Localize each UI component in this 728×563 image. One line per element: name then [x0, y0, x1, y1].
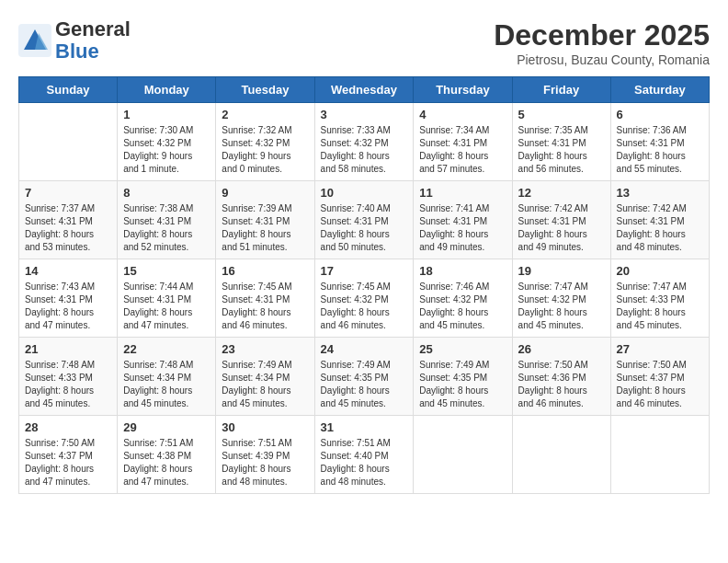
day-info: Sunrise: 7:48 AM Sunset: 4:33 PM Dayligh…: [25, 359, 111, 410]
day-number: 9: [222, 186, 308, 200]
day-number: 10: [321, 186, 408, 200]
calendar-cell: 17Sunrise: 7:45 AM Sunset: 4:32 PM Dayli…: [314, 259, 414, 338]
calendar-cell: 10Sunrise: 7:40 AM Sunset: 4:31 PM Dayli…: [314, 181, 414, 259]
header-tuesday: Tuesday: [216, 77, 314, 103]
day-info: Sunrise: 7:45 AM Sunset: 4:31 PM Dayligh…: [222, 281, 308, 332]
calendar-cell: 21Sunrise: 7:48 AM Sunset: 4:33 PM Dayli…: [19, 338, 118, 416]
day-info: Sunrise: 7:51 AM Sunset: 4:38 PM Dayligh…: [123, 437, 210, 488]
week-row-2: 7Sunrise: 7:37 AM Sunset: 4:31 PM Daylig…: [19, 181, 710, 259]
day-info: Sunrise: 7:44 AM Sunset: 4:31 PM Dayligh…: [123, 281, 210, 332]
day-number: 21: [25, 342, 111, 356]
page-header: General Blue December 2025 Pietrosu, Buz…: [18, 18, 710, 67]
header-monday: Monday: [118, 77, 216, 103]
day-info: Sunrise: 7:41 AM Sunset: 4:31 PM Dayligh…: [419, 202, 506, 254]
calendar-table: SundayMondayTuesdayWednesdayThursdayFrid…: [18, 76, 710, 494]
header-sunday: Sunday: [19, 77, 118, 103]
calendar-cell: 19Sunrise: 7:47 AM Sunset: 4:32 PM Dayli…: [512, 259, 610, 338]
day-number: 28: [25, 420, 111, 434]
calendar-cell: 28Sunrise: 7:50 AM Sunset: 4:37 PM Dayli…: [19, 416, 118, 494]
day-info: Sunrise: 7:39 AM Sunset: 4:31 PM Dayligh…: [222, 202, 308, 254]
location-text: Pietrosu, Buzau County, Romania: [494, 52, 710, 67]
day-info: Sunrise: 7:42 AM Sunset: 4:31 PM Dayligh…: [518, 202, 605, 254]
calendar-cell: 8Sunrise: 7:38 AM Sunset: 4:31 PM Daylig…: [118, 181, 216, 259]
week-row-1: 1Sunrise: 7:30 AM Sunset: 4:32 PM Daylig…: [19, 103, 710, 181]
calendar-cell: 2Sunrise: 7:32 AM Sunset: 4:32 PM Daylig…: [216, 103, 314, 181]
day-number: 11: [419, 186, 506, 200]
day-number: 27: [617, 342, 703, 356]
calendar-cell: 14Sunrise: 7:43 AM Sunset: 4:31 PM Dayli…: [19, 259, 118, 338]
logo: General Blue: [18, 18, 131, 63]
day-number: 5: [518, 108, 605, 121]
calendar-cell: 9Sunrise: 7:39 AM Sunset: 4:31 PM Daylig…: [216, 181, 314, 259]
day-number: 19: [518, 264, 605, 278]
day-number: 18: [419, 264, 506, 278]
day-info: Sunrise: 7:43 AM Sunset: 4:31 PM Dayligh…: [25, 281, 111, 332]
calendar-cell: [414, 416, 512, 494]
day-info: Sunrise: 7:36 AM Sunset: 4:31 PM Dayligh…: [617, 124, 703, 176]
day-number: 29: [123, 420, 210, 434]
day-info: Sunrise: 7:34 AM Sunset: 4:31 PM Dayligh…: [419, 124, 506, 176]
day-info: Sunrise: 7:40 AM Sunset: 4:31 PM Dayligh…: [321, 202, 408, 254]
month-title: December 2025: [494, 18, 710, 52]
day-number: 20: [617, 264, 703, 278]
day-number: 23: [222, 342, 308, 356]
day-number: 14: [25, 264, 111, 278]
calendar-cell: [19, 103, 118, 181]
day-number: 15: [123, 264, 210, 278]
day-number: 25: [419, 342, 506, 356]
calendar-cell: 25Sunrise: 7:49 AM Sunset: 4:35 PM Dayli…: [414, 338, 512, 416]
day-info: Sunrise: 7:45 AM Sunset: 4:32 PM Dayligh…: [321, 281, 408, 332]
day-number: 26: [518, 342, 605, 356]
header-thursday: Thursday: [414, 77, 512, 103]
day-info: Sunrise: 7:35 AM Sunset: 4:31 PM Dayligh…: [518, 124, 605, 176]
week-row-3: 14Sunrise: 7:43 AM Sunset: 4:31 PM Dayli…: [19, 259, 710, 338]
calendar-cell: 26Sunrise: 7:50 AM Sunset: 4:36 PM Dayli…: [512, 338, 610, 416]
day-info: Sunrise: 7:49 AM Sunset: 4:35 PM Dayligh…: [419, 359, 506, 410]
day-number: 30: [222, 420, 308, 434]
day-number: 22: [123, 342, 210, 356]
day-info: Sunrise: 7:49 AM Sunset: 4:34 PM Dayligh…: [222, 359, 308, 410]
day-number: 2: [222, 108, 308, 121]
calendar-cell: 24Sunrise: 7:49 AM Sunset: 4:35 PM Dayli…: [314, 338, 414, 416]
calendar-cell: 13Sunrise: 7:42 AM Sunset: 4:31 PM Dayli…: [610, 181, 709, 259]
logo-general-text: General: [55, 17, 131, 40]
day-info: Sunrise: 7:50 AM Sunset: 4:37 PM Dayligh…: [25, 437, 111, 488]
day-number: 13: [617, 186, 703, 200]
day-number: 31: [321, 420, 408, 434]
day-info: Sunrise: 7:50 AM Sunset: 4:36 PM Dayligh…: [518, 359, 605, 410]
day-info: Sunrise: 7:37 AM Sunset: 4:31 PM Dayligh…: [25, 202, 111, 254]
calendar-cell: 11Sunrise: 7:41 AM Sunset: 4:31 PM Dayli…: [414, 181, 512, 259]
day-number: 16: [222, 264, 308, 278]
calendar-cell: 31Sunrise: 7:51 AM Sunset: 4:40 PM Dayli…: [314, 416, 414, 494]
calendar-cell: 23Sunrise: 7:49 AM Sunset: 4:34 PM Dayli…: [216, 338, 314, 416]
logo-icon: [18, 24, 51, 57]
calendar-cell: 5Sunrise: 7:35 AM Sunset: 4:31 PM Daylig…: [512, 103, 610, 181]
day-info: Sunrise: 7:47 AM Sunset: 4:32 PM Dayligh…: [518, 281, 605, 332]
day-number: 24: [321, 342, 408, 356]
calendar-cell: 12Sunrise: 7:42 AM Sunset: 4:31 PM Dayli…: [512, 181, 610, 259]
day-info: Sunrise: 7:38 AM Sunset: 4:31 PM Dayligh…: [123, 202, 210, 254]
calendar-cell: 27Sunrise: 7:50 AM Sunset: 4:37 PM Dayli…: [610, 338, 709, 416]
logo-blue-text: Blue: [55, 40, 99, 63]
day-info: Sunrise: 7:51 AM Sunset: 4:39 PM Dayligh…: [222, 437, 308, 488]
calendar-cell: 3Sunrise: 7:33 AM Sunset: 4:32 PM Daylig…: [314, 103, 414, 181]
calendar-cell: [610, 416, 709, 494]
week-row-4: 21Sunrise: 7:48 AM Sunset: 4:33 PM Dayli…: [19, 338, 710, 416]
calendar-cell: 15Sunrise: 7:44 AM Sunset: 4:31 PM Dayli…: [118, 259, 216, 338]
calendar-cell: 4Sunrise: 7:34 AM Sunset: 4:31 PM Daylig…: [414, 103, 512, 181]
day-number: 1: [123, 108, 210, 121]
day-info: Sunrise: 7:42 AM Sunset: 4:31 PM Dayligh…: [617, 202, 703, 254]
day-info: Sunrise: 7:49 AM Sunset: 4:35 PM Dayligh…: [321, 359, 408, 410]
day-info: Sunrise: 7:32 AM Sunset: 4:32 PM Dayligh…: [222, 124, 308, 176]
day-number: 7: [25, 186, 111, 200]
day-info: Sunrise: 7:50 AM Sunset: 4:37 PM Dayligh…: [617, 359, 703, 410]
day-number: 8: [123, 186, 210, 200]
calendar-header: SundayMondayTuesdayWednesdayThursdayFrid…: [19, 77, 710, 103]
calendar-cell: 18Sunrise: 7:46 AM Sunset: 4:32 PM Dayli…: [414, 259, 512, 338]
calendar-cell: 29Sunrise: 7:51 AM Sunset: 4:38 PM Dayli…: [118, 416, 216, 494]
calendar-cell: 6Sunrise: 7:36 AM Sunset: 4:31 PM Daylig…: [610, 103, 709, 181]
header-friday: Friday: [512, 77, 610, 103]
day-info: Sunrise: 7:30 AM Sunset: 4:32 PM Dayligh…: [123, 124, 210, 176]
day-number: 17: [321, 264, 408, 278]
calendar-cell: 1Sunrise: 7:30 AM Sunset: 4:32 PM Daylig…: [118, 103, 216, 181]
